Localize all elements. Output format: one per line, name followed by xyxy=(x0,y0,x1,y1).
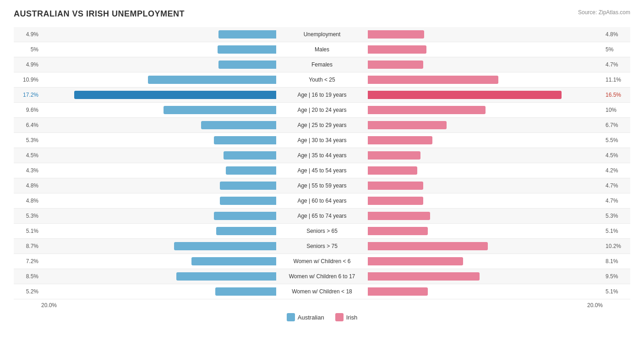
right-bar xyxy=(368,121,447,129)
legend-swatch-irish xyxy=(335,313,344,321)
left-bar xyxy=(220,182,276,190)
row-label: Females xyxy=(276,61,368,68)
right-bar xyxy=(368,91,562,99)
right-bar-container xyxy=(368,272,603,281)
left-bar xyxy=(218,45,276,54)
table-row: 5.2%Women w/ Children < 185.1% xyxy=(14,284,630,299)
left-bar-container xyxy=(41,121,276,129)
left-bar xyxy=(174,242,276,250)
left-value: 7.2% xyxy=(14,258,41,264)
left-bar xyxy=(74,91,276,99)
x-axis-left: 20.0% xyxy=(41,302,69,308)
row-label: Women w/ Children 6 to 17 xyxy=(276,273,368,280)
table-row: 4.5%Age | 35 to 44 years4.5% xyxy=(14,148,630,163)
table-row: 17.2%Age | 16 to 19 years16.5% xyxy=(14,88,630,103)
table-row: 8.5%Women w/ Children 6 to 179.5% xyxy=(14,269,630,284)
right-bar xyxy=(368,30,424,39)
right-bar xyxy=(368,166,417,175)
left-bar-container xyxy=(41,30,276,39)
legend-swatch-australian xyxy=(287,313,295,321)
right-bar xyxy=(368,151,420,160)
left-bar-container xyxy=(41,272,276,281)
right-bar-container xyxy=(368,30,603,39)
row-label: Seniors > 65 xyxy=(276,228,368,234)
right-bar-container xyxy=(368,227,603,235)
left-bar-container xyxy=(41,76,276,84)
left-bar xyxy=(216,227,276,235)
right-bar-container xyxy=(368,45,603,54)
table-row: 5%Males5% xyxy=(14,42,630,57)
chart-container: AUSTRALIAN VS IRISH UNEMPLOYMENT Source:… xyxy=(14,9,630,321)
right-value: 4.7% xyxy=(603,198,630,204)
chart-body: 4.9%Unemployment4.8%5%Males5%4.9%Females… xyxy=(14,27,630,299)
row-label: Youth < 25 xyxy=(276,77,368,83)
left-value: 4.8% xyxy=(14,198,41,204)
right-value: 6.7% xyxy=(603,122,630,128)
right-bar xyxy=(368,242,488,250)
table-row: 4.9%Females4.7% xyxy=(14,57,630,72)
row-label: Seniors > 75 xyxy=(276,243,368,249)
x-axis-right: 20.0% xyxy=(575,302,603,308)
right-value: 4.7% xyxy=(603,61,630,68)
row-label: Age | 55 to 59 years xyxy=(276,182,368,189)
legend-label-australian: Australian xyxy=(298,314,324,321)
right-bar-container xyxy=(368,242,603,250)
left-value: 10.9% xyxy=(14,77,41,83)
left-bar xyxy=(148,76,276,84)
left-bar-container xyxy=(41,212,276,220)
table-row: 4.3%Age | 45 to 54 years4.2% xyxy=(14,163,630,178)
left-bar-container xyxy=(41,197,276,205)
left-bar-container xyxy=(41,136,276,144)
right-bar-container xyxy=(368,182,603,190)
left-value: 4.3% xyxy=(14,167,41,174)
left-bar-container xyxy=(41,257,276,265)
right-bar-container xyxy=(368,287,603,296)
left-value: 8.7% xyxy=(14,243,41,249)
right-bar xyxy=(368,287,428,296)
table-row: 10.9%Youth < 2511.1% xyxy=(14,72,630,88)
left-bar xyxy=(224,151,276,160)
chart-source: Source: ZipAtlas.com xyxy=(578,9,630,16)
right-bar-container xyxy=(368,61,603,69)
row-label: Women w/ Children < 18 xyxy=(276,288,368,295)
right-value: 5% xyxy=(603,46,630,53)
row-label: Unemployment xyxy=(276,31,368,38)
left-bar-container xyxy=(41,61,276,69)
right-bar-container xyxy=(368,76,603,84)
right-bar xyxy=(368,76,498,84)
right-value: 5.1% xyxy=(603,288,630,295)
row-label: Males xyxy=(276,46,368,53)
left-value: 8.5% xyxy=(14,273,41,280)
left-bar-container xyxy=(41,106,276,114)
left-bar xyxy=(191,257,276,265)
right-bar-container xyxy=(368,151,603,160)
left-bar-container xyxy=(41,287,276,296)
right-bar-container xyxy=(368,106,603,114)
left-bar-container xyxy=(41,91,276,99)
left-value: 4.5% xyxy=(14,152,41,159)
table-row: 4.9%Unemployment4.8% xyxy=(14,27,630,42)
row-label: Age | 16 to 19 years xyxy=(276,92,368,98)
left-value: 5.3% xyxy=(14,137,41,143)
row-label: Age | 30 to 34 years xyxy=(276,137,368,143)
right-bar-container xyxy=(368,197,603,205)
right-bar xyxy=(368,136,432,144)
left-value: 5.2% xyxy=(14,288,41,295)
right-value: 16.5% xyxy=(603,92,630,98)
left-bar xyxy=(176,272,276,281)
chart-header: AUSTRALIAN VS IRISH UNEMPLOYMENT Source:… xyxy=(14,9,630,19)
row-label: Women w/ Children < 6 xyxy=(276,258,368,264)
left-bar xyxy=(220,197,276,205)
left-value: 4.9% xyxy=(14,31,41,38)
left-value: 4.8% xyxy=(14,182,41,189)
right-value: 4.5% xyxy=(603,152,630,159)
table-row: 9.6%Age | 20 to 24 years10% xyxy=(14,103,630,118)
right-value: 8.1% xyxy=(603,258,630,264)
legend: Australian Irish xyxy=(14,313,630,321)
table-row: 5.1%Seniors > 655.1% xyxy=(14,224,630,239)
left-bar-container xyxy=(41,182,276,190)
right-bar xyxy=(368,61,423,69)
left-value: 9.6% xyxy=(14,107,41,113)
left-value: 5% xyxy=(14,46,41,53)
legend-australian: Australian xyxy=(287,313,324,321)
